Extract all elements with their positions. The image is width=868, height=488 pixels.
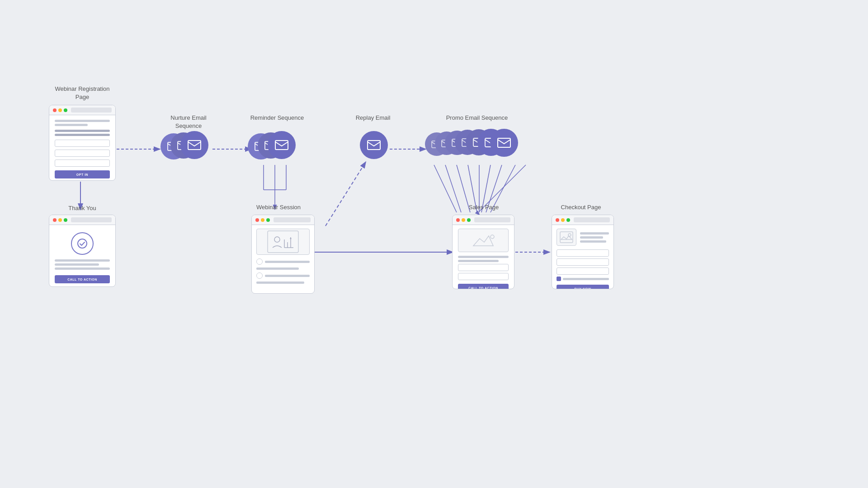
call-to-action-button[interactable]: CALL TO ACTION xyxy=(55,275,110,283)
webinar-registration-label: Webinar Registration Page xyxy=(49,85,116,101)
svg-line-9 xyxy=(326,163,365,226)
nurture-email-label: Nurture Email Sequence xyxy=(159,114,218,130)
reminder-email-group xyxy=(248,131,302,162)
svg-rect-35 xyxy=(368,141,380,150)
svg-rect-25 xyxy=(188,141,201,150)
sales-page-browser-window: CALL TO ACTION xyxy=(452,215,514,289)
replay-email-bubble xyxy=(360,131,388,159)
checkout-page-browser-window: BUY NOW xyxy=(552,215,614,289)
svg-rect-42 xyxy=(498,138,510,147)
svg-rect-44 xyxy=(560,232,573,243)
svg-rect-29 xyxy=(268,231,298,253)
replay-email-label: Replay Email xyxy=(353,114,393,122)
nurture-email-group xyxy=(160,131,215,162)
promo-email-group xyxy=(425,129,533,160)
reminder-sequence-label: Reminder Sequence xyxy=(248,114,307,122)
svg-rect-28 xyxy=(275,141,288,150)
sales-page-label: Sales Page xyxy=(452,203,515,211)
webinar-session-label: Webinar Session xyxy=(251,203,306,211)
promo-email-label: Promo Email Sequence xyxy=(425,114,529,122)
checkout-page-label: Checkout Page xyxy=(552,203,610,211)
thank-you-label: Thank You xyxy=(49,204,116,212)
registration-browser-window: OPT IN xyxy=(49,105,116,181)
buy-now-button[interactable]: BUY NOW xyxy=(557,285,609,289)
sales-call-to-action-button[interactable]: CALL TO ACTION xyxy=(458,284,509,289)
svg-point-43 xyxy=(491,235,494,239)
thank-you-browser-window: CALL TO ACTION xyxy=(49,215,116,287)
svg-point-22 xyxy=(78,239,87,248)
opt-in-button[interactable]: OPT IN xyxy=(55,170,110,178)
webinar-session-browser-window xyxy=(251,215,315,294)
